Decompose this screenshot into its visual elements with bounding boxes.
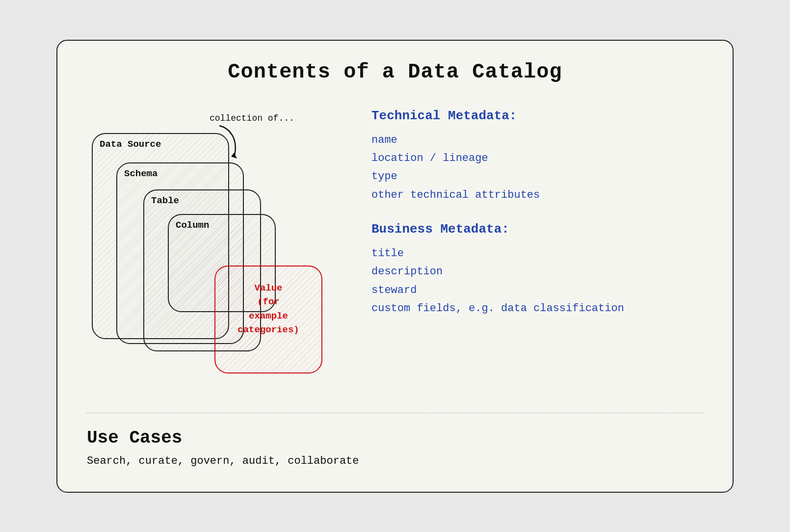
biz-item-custom: custom fields, e.g. data classification <box>371 299 703 318</box>
page-title: Contents of a Data Catalog <box>87 60 703 84</box>
tech-item-other: other technical attributes <box>371 186 703 204</box>
tech-item-location: location / lineage <box>371 149 703 167</box>
svg-marker-0 <box>231 153 237 159</box>
bottom-section: Use Cases Search, curate, govern, audit,… <box>87 413 703 467</box>
biz-item-description: description <box>371 263 703 281</box>
column-label: Column <box>176 220 209 231</box>
main-card: Contents of a Data Catalog collection of… <box>56 40 734 493</box>
table-label: Table <box>151 195 179 206</box>
technical-metadata-group: Technical Metadata: name location / line… <box>371 108 703 205</box>
tech-item-name: name <box>371 131 703 149</box>
value-label: Value (for example categories) <box>237 281 299 337</box>
tech-item-type: type <box>371 167 703 186</box>
business-metadata-title: Business Metadata: <box>371 222 703 237</box>
biz-item-steward: steward <box>371 281 703 299</box>
annotation-text: collection of... <box>210 113 294 123</box>
diagram-area: collection of... Data Source Schema Tabl… <box>87 104 342 388</box>
datasource-label: Data Source <box>100 139 161 150</box>
content-area: collection of... Data Source Schema Tabl… <box>87 104 703 388</box>
box-value: Value (for example categories) <box>214 266 322 373</box>
metadata-area: Technical Metadata: name location / line… <box>371 104 703 388</box>
schema-label: Schema <box>124 168 158 179</box>
technical-metadata-title: Technical Metadata: <box>371 108 703 123</box>
business-metadata-group: Business Metadata: title description ste… <box>371 222 703 318</box>
use-cases-title: Use Cases <box>87 428 703 448</box>
use-cases-text: Search, curate, govern, audit, collabora… <box>87 455 703 467</box>
biz-item-title: title <box>371 244 703 263</box>
